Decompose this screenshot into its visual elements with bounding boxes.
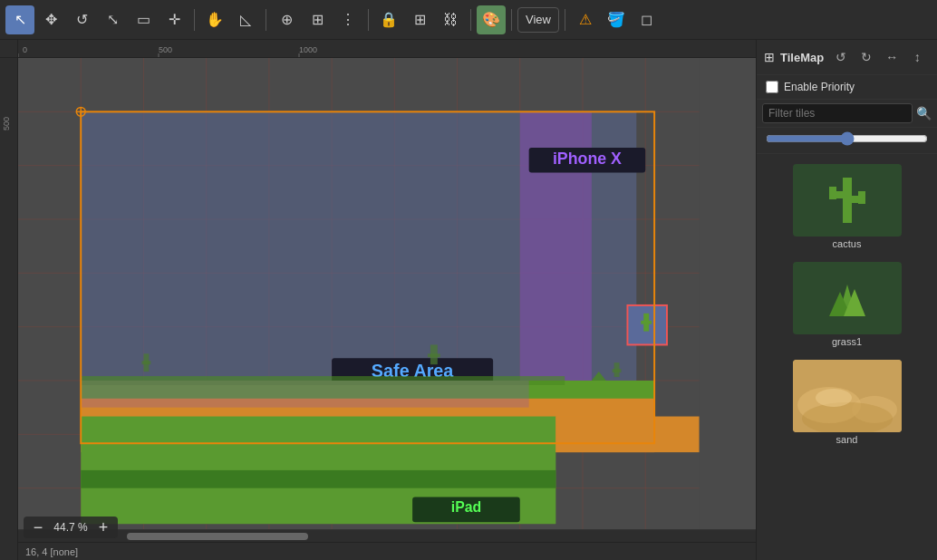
panel-menu-button[interactable]: ▼ [931, 45, 937, 69]
canvas-viewport[interactable]: Safe Area iPhone X iPad [18, 58, 756, 542]
tile-item-sand[interactable]: sand [762, 355, 932, 449]
slider-row [757, 128, 937, 154]
priority-checkbox[interactable] [766, 81, 778, 93]
tile-size-slider[interactable] [766, 131, 928, 146]
filter-row: 🔍 [757, 100, 937, 128]
svg-text:500: 500 [159, 45, 172, 54]
panel-undo-button[interactable]: ↺ [829, 45, 853, 69]
tile-thumb-grass1 [793, 262, 902, 334]
svg-rect-38 [555, 417, 699, 453]
svg-text:iPhone X: iPhone X [553, 150, 622, 168]
svg-rect-35 [81, 381, 528, 408]
tool-arrange[interactable]: ⊞ [303, 5, 332, 34]
tool-paint[interactable]: 🎨 [477, 5, 506, 34]
tool-rotate[interactable]: ↺ [67, 5, 96, 34]
separator-1 [194, 9, 195, 31]
tool-rect[interactable]: ▭ [129, 5, 158, 34]
separator-4 [470, 9, 471, 31]
tool-snap[interactable]: ⊞ [405, 5, 434, 34]
panel-redo-button[interactable]: ↻ [855, 45, 878, 69]
separator-2 [266, 9, 266, 31]
tile-item-grass1[interactable]: grass1 [762, 257, 932, 352]
tool-hand[interactable]: ✋ [200, 5, 229, 34]
separator-5 [511, 9, 512, 31]
tool-select[interactable]: ↖ [5, 5, 34, 34]
tile-name-cactus: cactus [833, 238, 862, 249]
svg-text:0: 0 [23, 45, 27, 54]
game-canvas: Safe Area iPhone X iPad [18, 58, 756, 542]
search-icon: 🔍 [916, 106, 932, 121]
svg-text:iPad: iPad [451, 499, 481, 515]
tool-erase[interactable]: ◻ [633, 5, 662, 34]
tool-angle[interactable]: ◺ [231, 5, 260, 34]
canvas-area[interactable]: 0 500 1000 500 [0, 40, 756, 560]
filter-tiles-input[interactable] [762, 103, 913, 123]
panel-flip-h-button[interactable]: ↔ [880, 45, 903, 69]
svg-rect-42 [141, 361, 150, 364]
horizontal-scrollbar[interactable] [18, 529, 756, 542]
svg-rect-44 [428, 353, 440, 357]
separator-3 [368, 9, 369, 31]
right-panel: ⊞ TileMap ↺ ↻ ↔ ↕ ▼ Enable Priority 🔍 [756, 40, 937, 560]
tool-debug[interactable]: ⚠ [571, 5, 600, 34]
panel-header-icons: ↺ ↻ ↔ ↕ ▼ [829, 45, 937, 69]
tool-chain[interactable]: ⛓ [436, 5, 465, 34]
panel-header: ⊞ TileMap ↺ ↻ ↔ ↕ ▼ [757, 40, 937, 75]
tool-pivot[interactable]: ⊕ [272, 5, 301, 34]
svg-text:1000: 1000 [299, 45, 317, 54]
svg-rect-37 [81, 470, 555, 488]
svg-rect-55 [843, 178, 852, 223]
svg-rect-57 [829, 187, 836, 199]
toolbar: ↖ ✥ ↺ ⤡ ▭ ✛ ✋ ◺ ⊕ ⊞ ⋮ 🔒 ⊞ ⛓ 🎨 View ⚠ 🪣 ◻ [0, 0, 937, 40]
ruler-corner [0, 40, 18, 58]
ruler-left: 500 [0, 58, 18, 560]
status-text: 16, 4 [none] [25, 546, 78, 557]
svg-rect-59 [858, 191, 865, 204]
tile-name-grass1: grass1 [832, 336, 862, 347]
zoom-in-button[interactable]: + [94, 518, 112, 536]
ruler-top: 0 500 1000 [18, 40, 756, 58]
tool-move[interactable]: ✥ [36, 5, 65, 34]
zoom-out-button[interactable]: − [29, 518, 47, 536]
tool-more[interactable]: ⋮ [333, 5, 362, 34]
tile-thumb-cactus [793, 164, 902, 237]
tool-fill[interactable]: 🪣 [602, 5, 631, 34]
tiles-list: cactus grass1 [757, 154, 937, 560]
svg-text:500: 500 [2, 117, 11, 130]
tool-transform[interactable]: ✛ [159, 5, 188, 34]
svg-point-67 [816, 389, 852, 407]
zoom-controls: − 44.7 % + [24, 517, 118, 538]
svg-rect-50 [641, 321, 652, 324]
tile-item-cactus[interactable]: cactus [762, 159, 932, 254]
svg-rect-46 [613, 369, 622, 372]
priority-row: Enable Priority [757, 75, 937, 100]
view-button[interactable]: View [517, 7, 559, 33]
zoom-label: 44.7 % [51, 521, 91, 534]
separator-6 [565, 9, 565, 31]
panel-flip-v-button[interactable]: ↕ [905, 45, 929, 69]
tile-name-sand: sand [836, 434, 858, 445]
tool-lock[interactable]: 🔒 [374, 5, 403, 34]
panel-title: TileMap [780, 51, 824, 64]
scrollbar-thumb[interactable] [127, 533, 308, 540]
tilemap-grid-icon: ⊞ [764, 50, 775, 64]
tool-scale[interactable]: ⤡ [98, 5, 127, 34]
tile-thumb-sand [793, 360, 902, 432]
main-area: 0 500 1000 500 [0, 40, 937, 560]
priority-label[interactable]: Enable Priority [784, 81, 855, 93]
status-bar: 16, 4 [none] [18, 542, 756, 560]
